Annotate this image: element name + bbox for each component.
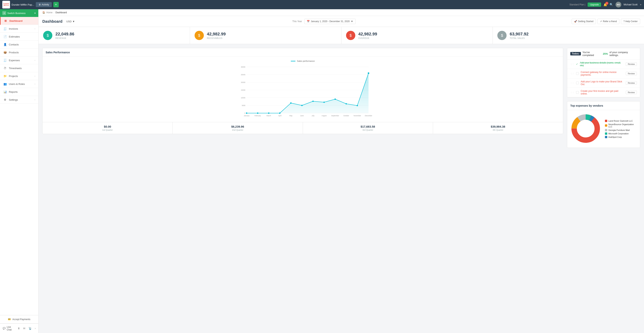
overdue-icon: $ xyxy=(346,31,355,40)
dashboard-left: Sales Performance Sales performance xyxy=(42,48,563,138)
expenses-icon: 🧾 xyxy=(3,59,7,62)
sidebar-item-label: Dashboard xyxy=(10,20,22,22)
sidebar-item-products[interactable]: 📦 Products xyxy=(0,48,38,56)
todo-item-0: ⋮⋮ ✓ Add your business details (name, em… xyxy=(567,60,640,69)
download-icon[interactable]: ⬇ xyxy=(18,327,20,330)
dashboard-header: Dashboard USD ▼ This Year 📅 January 1, 2… xyxy=(38,16,644,27)
quarter-1: $0.00 1st Quarter xyxy=(42,122,173,134)
dashboard-right: Todos: You've completed 25% of your comp… xyxy=(567,48,640,148)
company-name: Dunder Mifflin Pap... xyxy=(12,3,34,6)
todos-label: Todos: xyxy=(570,52,581,56)
chevron-icon: › xyxy=(35,75,35,77)
sidebar-item-reports[interactable]: 📊 Reports xyxy=(0,88,38,96)
stat-card-revenue: $ 22,049.86 REVENUE xyxy=(38,27,190,44)
sidebar-item-invoices[interactable]: 🧾 Invoices › xyxy=(0,25,38,33)
stats-row: $ 22,049.86 REVENUE $ 42,982.99 RECEIVAB… xyxy=(38,27,644,44)
upgrade-button[interactable]: Upgrade xyxy=(588,2,601,7)
currency-selector[interactable]: USD ▼ xyxy=(65,19,76,24)
vendor-legend-item: Land Rover Gwinnett LLC xyxy=(605,120,637,122)
stat-card-total-sales: $ 63,907.92 TOTAL SALES xyxy=(493,27,644,44)
live-chat-button[interactable]: 💬 Live Chat xyxy=(3,326,15,331)
share-icon: ↗ xyxy=(600,20,602,23)
activity-tab[interactable]: 🖥 Activity xyxy=(36,2,52,7)
overdue-label: OVERDUE xyxy=(358,37,377,39)
sidebar-item-projects[interactable]: 📁 Projects › xyxy=(0,72,38,80)
quarter-amount: $39,984.38 xyxy=(436,125,560,128)
sidebar-item-label: Settings xyxy=(9,98,18,101)
svg-text:August: August xyxy=(322,115,327,117)
help-center-button[interactable]: ? Help Center xyxy=(621,19,640,24)
overdue-value: 42,982.99 xyxy=(358,32,377,36)
todo-review-button[interactable]: Review xyxy=(626,91,637,94)
quarter-amount: $6,239.96 xyxy=(176,125,300,128)
sidebar-item-expenses[interactable]: 🧾 Expenses › xyxy=(0,56,38,64)
svg-point-21 xyxy=(312,101,314,102)
breadcrumb-separator: / xyxy=(54,11,54,14)
settings-icon: ⚙ xyxy=(3,98,7,101)
email-icon[interactable]: ✉ xyxy=(23,327,26,330)
todos-list: ⋮⋮ ✓ Add your business details (name, em… xyxy=(567,60,640,97)
vendors-body: Land Rover Gwinnett LLC NeverBounce Orga… xyxy=(567,110,640,148)
quarter-label: 2nd Quarter xyxy=(176,129,300,131)
sidebar-item-timesheets[interactable]: ⏱ Timesheets xyxy=(0,64,38,72)
total-sales-label: TOTAL SALES xyxy=(510,37,528,39)
refer-friend-button[interactable]: ↗ Refer a friend xyxy=(598,19,619,24)
date-range-button[interactable]: 📅 January 1, 2020 - December 31, 2020 ▼ xyxy=(304,19,356,24)
breadcrumb: 🏠 Home / Dashboard xyxy=(38,9,644,16)
vendors-title: Top expenses by vendors xyxy=(567,102,640,110)
svg-text:January: January xyxy=(244,115,250,117)
svg-marker-14 xyxy=(246,73,368,113)
todo-checkbox[interactable] xyxy=(576,82,579,84)
sidebar-item-estimates[interactable]: 📄 Estimates xyxy=(0,33,38,40)
svg-text:June: June xyxy=(300,115,304,117)
sidebar-item-contacts[interactable]: 👤 Contacts xyxy=(0,40,38,48)
total-sales-icon: $ xyxy=(497,31,506,40)
user-name[interactable]: Michael Scott xyxy=(624,3,638,6)
svg-text:September: September xyxy=(331,115,339,117)
vendor-legend-item: Microsoft Corporation xyxy=(605,132,637,135)
stat-card-receivables: $ 42,982.99 RECEIVABLES xyxy=(190,27,342,44)
todo-review-button[interactable]: Review xyxy=(626,62,637,66)
monitor-icon: 🖥 xyxy=(38,3,41,6)
add-tab-button[interactable]: + xyxy=(53,2,59,7)
drag-handle-icon: ⋮⋮ xyxy=(570,82,574,84)
todo-checkbox[interactable] xyxy=(576,72,579,75)
products-icon: 📦 xyxy=(3,51,7,54)
svg-point-44 xyxy=(577,120,594,137)
user-dropdown-icon[interactable]: ▼ xyxy=(640,4,642,6)
todo-review-button[interactable]: Review xyxy=(626,72,637,75)
vendors-card: Top expenses by vendors xyxy=(567,101,640,148)
todo-text: Connect gateway for online invoice payme… xyxy=(581,71,624,76)
sidebar-item-label: Invoices xyxy=(9,27,18,30)
drag-handle-icon: ⋮⋮ xyxy=(570,72,574,75)
chart-container: Sales performance xyxy=(42,57,563,122)
rss-icon[interactable]: 📡 xyxy=(28,327,32,330)
todo-review-button[interactable]: Review xyxy=(626,81,637,85)
invoices-icon: 🧾 xyxy=(3,27,7,30)
sidebar-item-settings[interactable]: ⚙ Settings › xyxy=(0,96,38,104)
vendor-legend-item: NeverBounce Organization LLC xyxy=(605,123,637,128)
quarter-label: 4th Quarter xyxy=(436,129,560,131)
todo-checkbox[interactable] xyxy=(576,91,579,94)
todo-text: Add your business details (name, email, … xyxy=(580,62,624,67)
svg-point-25 xyxy=(357,105,358,106)
todo-checkbox[interactable]: ✓ xyxy=(576,63,578,66)
sidebar-item-label: Users & Roles xyxy=(9,82,25,86)
accept-payments-button[interactable]: 💳 Accept Payments xyxy=(0,315,38,324)
chevron-right-icon[interactable]: › xyxy=(35,327,36,330)
switch-business-button[interactable]: + Switch Business ▼ xyxy=(0,9,38,17)
sidebar-item-dashboard[interactable]: ⊞ Dashboard xyxy=(0,17,38,25)
getting-started-button[interactable]: 🚀 Getting Started xyxy=(572,19,596,24)
breadcrumb-home[interactable]: Home xyxy=(46,11,52,14)
receivables-label: RECEIVABLES xyxy=(207,37,226,39)
sidebar-item-label: Expenses xyxy=(9,59,20,62)
sidebar-item-label: Estimates xyxy=(9,35,20,38)
notifications-button[interactable]: 🔔 3 xyxy=(604,3,607,6)
chevron-icon: › xyxy=(35,59,35,62)
contacts-icon: 👤 xyxy=(3,43,7,46)
vendor-legend: Land Rover Gwinnett LLC NeverBounce Orga… xyxy=(605,120,637,138)
chevron-down-icon: ▼ xyxy=(72,20,75,23)
sidebar-item-users-roles[interactable]: 👥 Users & Roles › xyxy=(0,80,38,88)
search-button[interactable]: 🔍 xyxy=(610,3,613,6)
reports-icon: 📊 xyxy=(3,90,7,93)
